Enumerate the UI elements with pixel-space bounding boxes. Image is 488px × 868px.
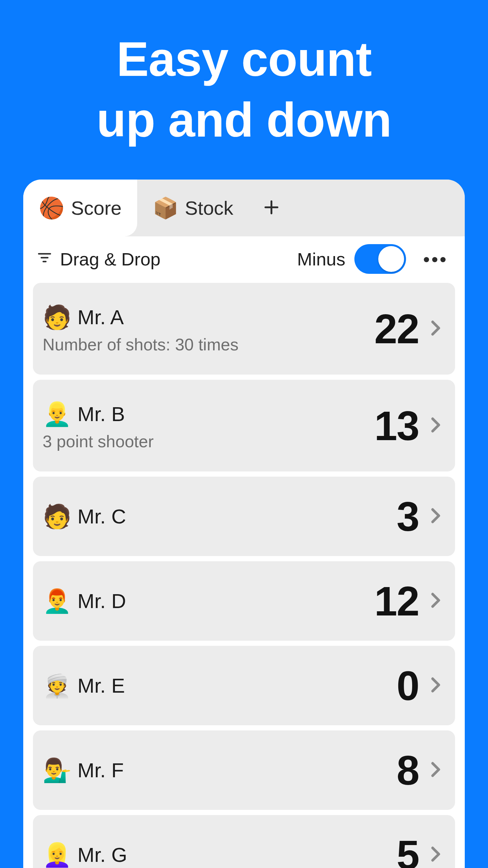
person-icon: 🧑 [42, 304, 72, 331]
minus-label: Minus [297, 249, 345, 270]
list-item-info: 👱‍♀️Mr. G [42, 841, 397, 868]
chevron-right-icon [429, 844, 442, 866]
ellipsis-icon: ••• [423, 249, 448, 270]
tab-label: Stock [185, 197, 233, 219]
tab-label: Score [71, 197, 122, 219]
headline-line2: up and down [0, 90, 488, 151]
chevron-right-icon [429, 675, 442, 696]
headline-line1: Easy count [0, 29, 488, 90]
chevron-right-icon [429, 318, 442, 340]
list-item[interactable]: 🧑Mr. C3 [33, 476, 455, 556]
headline: Easy count up and down [0, 0, 488, 150]
list-item[interactable]: 👨‍🦰Mr. D12 [33, 561, 455, 641]
sort-label: Drag & Drop [60, 249, 160, 270]
list-item-info: 👳Mr. E [42, 672, 397, 700]
list-item[interactable]: 👳Mr. E0 [33, 646, 455, 725]
list-item-info: 🧑Mr. ANumber of shots: 30 times [42, 304, 375, 354]
list-item-count: 5 [397, 831, 419, 868]
more-button[interactable]: ••• [420, 243, 452, 275]
chevron-right-icon [429, 590, 442, 612]
list-item-count: 22 [375, 305, 419, 352]
list-item-count: 12 [375, 578, 419, 625]
list-item-title: 💁‍♂️Mr. F [42, 756, 397, 784]
list-item[interactable]: 🧑Mr. ANumber of shots: 30 times22 [33, 283, 455, 375]
sort-button[interactable]: Drag & Drop [33, 246, 164, 272]
list-item-title: 👱‍♂️Mr. B [42, 400, 375, 428]
chevron-right-icon [429, 759, 442, 781]
list-item-count: 3 [397, 493, 419, 540]
list-item[interactable]: 👱‍♀️Mr. G5 [33, 815, 455, 868]
basketball-icon: 🏀 [39, 196, 65, 220]
tab-bar: 🏀 Score 📦 Stock [23, 180, 465, 237]
toggle-knob [378, 246, 404, 272]
list-item[interactable]: 👱‍♂️Mr. B3 point shooter13 [33, 380, 455, 471]
package-icon: 📦 [153, 196, 178, 220]
tab-score[interactable]: 🏀 Score [23, 180, 137, 237]
list-item-title: 👳Mr. E [42, 672, 397, 700]
list-item-title: 🧑Mr. A [42, 304, 375, 331]
person-icon: 🧑 [42, 503, 72, 530]
list-item-subtitle: 3 point shooter [42, 432, 375, 451]
toolbar: Drag & Drop Minus ••• [23, 237, 465, 282]
add-tab-button[interactable] [249, 180, 294, 237]
minus-toggle-group: Minus [297, 244, 406, 274]
list-item-name: Mr. F [77, 758, 124, 782]
list-item-info: 💁‍♂️Mr. F [42, 756, 397, 784]
list-item-name: Mr. G [77, 843, 127, 866]
person-icon: 👱‍♀️ [42, 841, 72, 868]
list-item-name: Mr. D [77, 589, 126, 613]
person-icon: 👱‍♂️ [42, 400, 72, 428]
list-item[interactable]: 💁‍♂️Mr. F8 [33, 731, 455, 810]
list-item-count: 13 [375, 402, 419, 450]
tab-stock[interactable]: 📦 Stock [137, 180, 249, 237]
list-item-name: Mr. C [77, 505, 126, 528]
list-item-count: 0 [397, 662, 419, 709]
person-icon: 💁‍♂️ [42, 756, 72, 784]
app-card: 🏀 Score 📦 Stock Dr [23, 180, 465, 868]
list-item-info: 🧑Mr. C [42, 503, 397, 530]
list-item-title: 👨‍🦰Mr. D [42, 587, 375, 615]
person-icon: 👨‍🦰 [42, 587, 72, 615]
list-item-info: 👨‍🦰Mr. D [42, 587, 375, 615]
list-item-name: Mr. E [77, 674, 125, 697]
chevron-right-icon [429, 414, 442, 437]
filter-icon [37, 249, 52, 270]
list-item-info: 👱‍♂️Mr. B3 point shooter [42, 400, 375, 451]
chevron-right-icon [429, 505, 442, 527]
plus-icon [262, 198, 281, 218]
counter-list: 🧑Mr. ANumber of shots: 30 times22👱‍♂️Mr.… [23, 282, 465, 868]
minus-toggle[interactable] [354, 244, 406, 274]
list-item-count: 8 [397, 747, 419, 794]
list-item-name: Mr. A [77, 306, 124, 329]
list-item-title: 🧑Mr. C [42, 503, 397, 530]
list-item-name: Mr. B [77, 402, 125, 426]
list-item-subtitle: Number of shots: 30 times [42, 335, 375, 354]
person-icon: 👳 [42, 672, 72, 700]
list-item-title: 👱‍♀️Mr. G [42, 841, 397, 868]
